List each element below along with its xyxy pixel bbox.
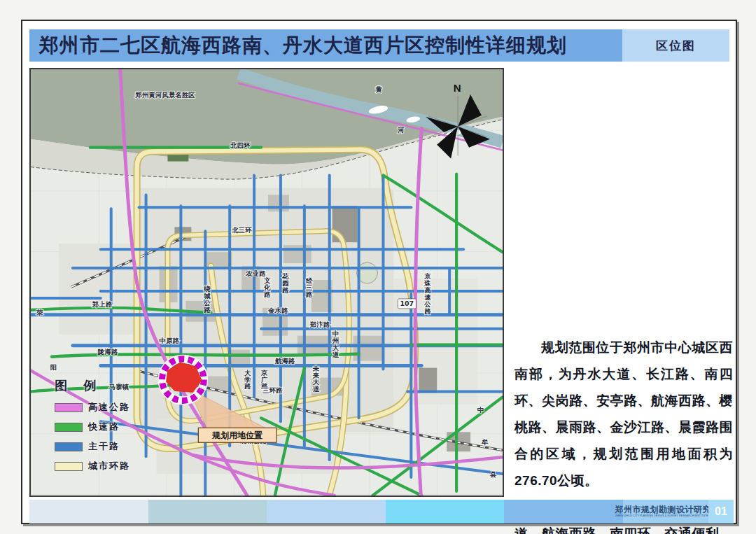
north-label: N [454,82,461,94]
map-label: 中 [477,406,484,414]
footer-color-segment [29,500,148,524]
legend-swatch [55,442,83,451]
map-label: 中原路 [160,337,180,344]
footer-color-segment [148,500,267,524]
legend-swatch [55,403,83,412]
description-paragraph-1: 规划范围位于郑州市中心城区西南部，为丹水大道、长江路、南四环、尖岗路、安亭路、航… [514,335,733,494]
legend-item: 快速路 [55,421,160,433]
page-title: 郑州市二七区航海西路南、丹水大道西片区控制性详细规划 [39,32,567,59]
map-legend: 图 例 高速公路快速路主干路城市环路 [55,377,160,472]
legend-item: 主干路 [55,440,160,453]
map-label: 金水路 [267,307,288,314]
map-label: 文化路 [263,276,271,298]
page-stage: 郑州市二七区航海西路南、丹水大道西片区控制性详细规划 区位图 [0,0,756,534]
location-map: 郑州黄河风景名胜区黄河北四环北三环农业路文化路花园路经三路金水路郑汴路中州大道中… [29,68,504,497]
footer-color-segment [386,500,505,524]
map-label: 荥 [36,309,43,316]
map-label: 中州大道 [332,330,340,358]
legend-swatch [55,462,83,471]
map-label: 大学路 [244,369,251,391]
page-number: 01 [708,500,734,524]
legend-swatch [55,423,83,432]
map-label: 北四环 [230,141,251,149]
map-label: 阳 [50,363,57,371]
map-label: 农业路 [245,269,266,277]
map-label: 未来大道 [312,365,320,393]
site-label: 规划用地位置 [211,430,262,440]
map-label: 牟 [481,438,489,446]
legend-label: 快速路 [88,421,120,433]
map-label: 陇海路 [98,348,118,356]
map-label: 北三环 [231,226,252,234]
map-label: 花园路 [281,272,289,294]
legend-label: 主干路 [88,440,120,453]
footer-color-strip [29,500,623,524]
footer-color-segment [504,500,623,524]
map-label: 县 [489,470,497,478]
map-label: 京珠高速公路 [424,272,431,315]
location-map-label: 区位图 [622,29,729,62]
map-label: 航海路 [274,357,295,365]
map-label: 经三路 [306,276,313,298]
legend-item: 城市环路 [55,460,160,472]
map-label: 107 [400,300,414,307]
institute-name-en: ZHENGZHOU CITY PLANNING DESIGN & SURVEY … [615,515,715,518]
footer-color-segment [267,500,386,524]
map-label: 郑汴路 [309,321,330,328]
legend-label: 城市环路 [88,460,130,472]
map-label: 郑州黄河风景名胜区 [135,91,196,99]
institute-block: 郑州市规划勘测设计研究院 ZHENGZHOU CITY PLANNING DES… [623,500,708,524]
legend-label: 高速公路 [88,401,130,414]
footer-bar: 郑州市规划勘测设计研究院 ZHENGZHOU CITY PLANNING DES… [29,500,734,524]
institute-name: 郑州市规划勘测设计研究院 ZHENGZHOU CITY PLANNING DES… [615,505,720,518]
legend-item: 高速公路 [55,401,160,414]
plan-sheet: 郑州市二七区航海西路南、丹水大道西片区控制性详细规划 区位图 [21,20,737,524]
map-label: 三环路 [262,386,283,394]
legend-title: 图 例 [55,377,160,394]
map-label: 郑上路 [92,300,113,308]
title-bar: 郑州市二七区航海西路南、丹水大道西片区控制性详细规划 [29,29,622,62]
map-label: 黄 [374,85,382,93]
map-label: 绕城公路 [203,285,211,314]
legend-items: 高速公路快速路主干路城市环路 [55,401,160,472]
map-label: 河 [397,126,405,134]
